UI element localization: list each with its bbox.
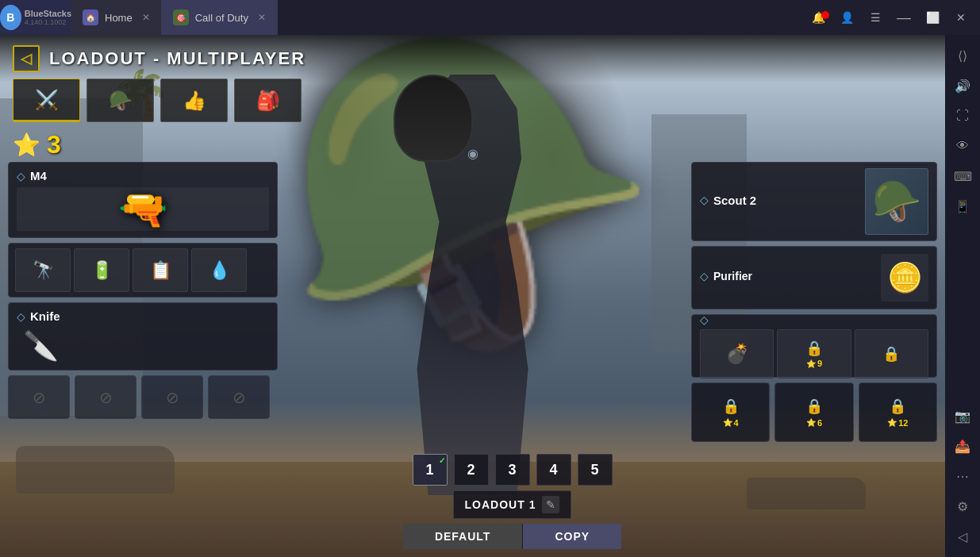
bottom-num-1: 4 <box>734 418 739 428</box>
loadout-slot-2[interactable]: 2 <box>454 454 489 486</box>
empty-slot-4[interactable]: ⊘ <box>208 375 270 419</box>
loadout-selector: 1 ✓ 2 3 4 5 <box>413 454 613 486</box>
secondary-diamond-icon: ◇ <box>17 310 25 323</box>
cod-tab-icon: 🎯 <box>173 10 189 25</box>
attachment-slot-2[interactable]: 🔋 <box>74 248 129 292</box>
loadout-tab-equipment[interactable]: 🎒 <box>234 79 302 122</box>
star-rating: ⭐ 3 <box>13 130 61 159</box>
tab-cod-close[interactable]: ✕ <box>258 12 266 23</box>
empty-slot-3[interactable]: ⊘ <box>141 375 203 419</box>
operator-name: Scout 2 <box>713 194 756 207</box>
sidebar-fullscreen-button[interactable]: ⛶ <box>948 102 977 130</box>
grenade-icon: 💣 <box>725 343 749 365</box>
perk-card[interactable]: ◇ Purifier 🪙 <box>691 246 937 309</box>
lethal-card: ◇ 💣 🔒 ⭐ 9 <box>691 314 937 378</box>
home-tab-icon: 🏠 <box>83 10 98 25</box>
lethal-container: ◇ 💣 🔒 ⭐ 9 <box>700 313 928 378</box>
perk-diamond-icon: ◇ <box>700 270 709 282</box>
bottom-locked-row: 🔒 ⭐ 4 🔒 ⭐ 6 <box>691 382 937 442</box>
operator-card[interactable]: ◇ Scout 2 🪖 <box>691 162 937 241</box>
perk-icon-area: 🪙 <box>881 254 928 302</box>
perk-info: ◇ Purifier <box>700 270 873 286</box>
loadout-num-2: 2 <box>467 462 475 478</box>
sidebar-camera-button[interactable]: 📷 <box>948 401 977 430</box>
copy-button[interactable]: COPY <box>523 524 621 549</box>
loadout-slot-3[interactable]: 3 <box>495 454 530 486</box>
loadout-name-bar: LOADOUT 1 ✎ <box>453 490 572 519</box>
loadout-num-5: 5 <box>590 462 598 478</box>
menu-button[interactable]: ☰ <box>863 5 888 30</box>
sidebar-volume-button[interactable]: 🔊 <box>948 71 977 100</box>
lethal-slot-3[interactable]: 🔒 <box>855 329 928 378</box>
primary-weapon-icon: 🔫 <box>118 186 167 232</box>
game-viewport: 🌴 🪖 ◉ ◁ LOADOUT - MULTIPLAYER <box>0 35 945 557</box>
notifications-button[interactable]: 🔔 <box>805 5 831 30</box>
sidebar-more-button[interactable]: ⋯ <box>948 462 977 490</box>
sidebar-keyboard-button[interactable]: ⌨ <box>948 162 977 190</box>
loadout-slot-1[interactable]: 1 ✓ <box>413 454 448 486</box>
bottom-star-1: ⭐ <box>723 418 732 427</box>
attachment-slot-3[interactable]: 📋 <box>133 248 188 292</box>
secondary-weapon-name: Knife <box>30 309 60 323</box>
right-panel: ◇ Scout 2 🪖 ◇ Purifie <box>691 162 937 442</box>
default-button[interactable]: DEFAULT <box>403 524 524 549</box>
loadout-num-1: 1 <box>425 462 433 478</box>
close-button[interactable]: ✕ <box>948 5 974 30</box>
lock-star-2: ⭐ <box>806 359 816 368</box>
bottom-locked-2[interactable]: 🔒 ⭐ 6 <box>774 382 853 442</box>
sidebar-settings-button[interactable]: ⚙ <box>948 492 977 521</box>
loadout-tab-weapons[interactable]: ⚔️ <box>13 79 80 122</box>
loadout-tab-perks[interactable]: 👍 <box>160 79 228 122</box>
perk-icon: 🪙 <box>887 261 923 294</box>
minimize-button[interactable]: — <box>891 5 917 30</box>
star-icon: ⭐ <box>13 132 40 158</box>
lethal-slot-1[interactable]: 💣 <box>700 329 774 378</box>
equipment-tab-icon: 🎒 <box>256 90 280 112</box>
perks-tab-icon: 👍 <box>183 90 206 112</box>
sidebar-view-button[interactable]: 👁 <box>948 132 977 160</box>
attachment-slot-1[interactable]: 🔭 <box>15 248 71 292</box>
edit-loadout-button[interactable]: ✎ <box>542 496 559 513</box>
lethal-diamond-icon: ◇ <box>700 313 709 326</box>
lethal-slot-2[interactable]: 🔒 ⭐ 9 <box>777 329 851 378</box>
sidebar-device-button[interactable]: 📱 <box>948 192 977 221</box>
primary-weapon-image: 🔫 <box>17 187 269 231</box>
sidebar-expand-button[interactable]: ⟨⟩ <box>948 41 977 70</box>
titlebar: B BlueStacks 4.140.1.1002 🏠 Home ✕ 🎯 Cal… <box>0 0 980 35</box>
tab-cod[interactable]: 🎯 Call of Duty ✕ <box>162 0 278 35</box>
empty-slot-1[interactable]: ⊘ <box>8 375 70 419</box>
attachment-slot-4[interactable]: 💧 <box>191 248 247 292</box>
perk-name: Purifier <box>713 270 752 282</box>
bottom-lock-icon-3: 🔒 <box>889 398 906 415</box>
primary-diamond-icon: ◇ <box>17 170 25 182</box>
back-button[interactable]: ◁ <box>13 45 40 72</box>
loadout-tab-operator[interactable]: 🪖 <box>86 79 154 122</box>
tab-home[interactable]: 🏠 Home ✕ <box>71 0 162 35</box>
back-arrow-icon: ◁ <box>21 50 32 67</box>
bottom-locked-3[interactable]: 🔒 ⭐ 12 <box>859 382 937 442</box>
operator-diamond-icon: ◇ <box>700 194 709 206</box>
loadout-slot-5[interactable]: 5 <box>578 454 613 486</box>
primary-weapon-card[interactable]: ◇ M4 🔫 <box>8 162 278 238</box>
star-number: 3 <box>47 130 61 159</box>
bottom-locked-1[interactable]: 🔒 ⭐ 4 <box>691 382 770 442</box>
sidebar-share-button[interactable]: 📤 <box>948 432 977 460</box>
app-version: 4.140.1.1002 <box>25 18 71 26</box>
secondary-weapon-card[interactable]: ◇ Knife 🔪 <box>8 302 278 371</box>
empty-slot-2[interactable]: ⊘ <box>75 375 136 419</box>
sidebar-back-button[interactable]: ◁ <box>948 522 977 551</box>
knife-image: 🔪 <box>17 328 269 363</box>
empty-slots-row: ⊘ ⊘ ⊘ ⊘ <box>8 375 278 419</box>
left-panel: ◇ M4 🔫 🔭 🔋 📋 💧 <box>8 162 278 419</box>
lethal-slots: 💣 🔒 ⭐ 9 🔒 <box>700 329 928 378</box>
weapons-tab-icon: ⚔️ <box>35 89 59 111</box>
loadout-num-4: 4 <box>549 462 557 478</box>
maximize-button[interactable]: ⬜ <box>920 5 945 30</box>
profile-button[interactable]: 👤 <box>834 5 859 30</box>
bottom-lock-icon-2: 🔒 <box>805 398 823 415</box>
loadout-slot-4[interactable]: 4 <box>536 454 571 486</box>
bottom-num-3: 12 <box>898 418 908 428</box>
tab-home-close[interactable]: ✕ <box>142 12 150 23</box>
loadout-num-3: 3 <box>508 462 516 478</box>
bottom-num-2: 6 <box>817 418 822 428</box>
